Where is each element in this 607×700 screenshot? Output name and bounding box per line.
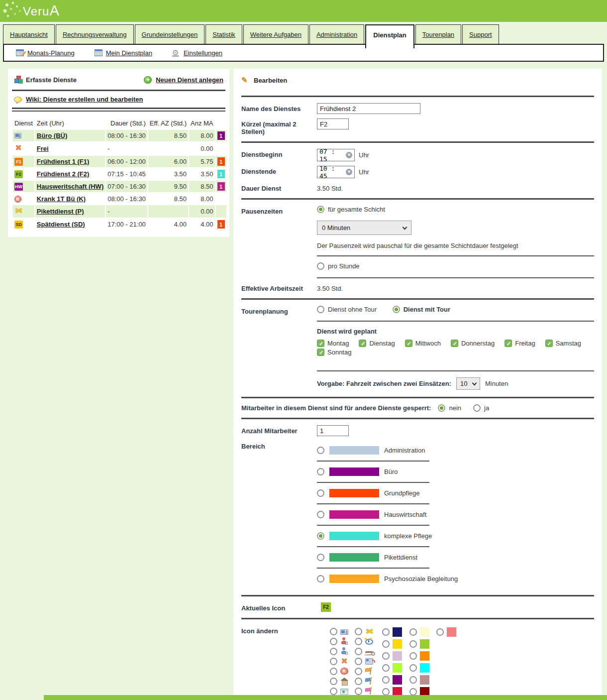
icon-option-person-blue-clock-icon[interactable] xyxy=(330,647,348,655)
color-option-D8BFD8[interactable] xyxy=(382,651,402,661)
subnav-item-mein-dienstplan[interactable]: Mein Dienstplan xyxy=(95,49,152,57)
checkbox-checked-icon[interactable] xyxy=(545,340,553,347)
asterisk-icon[interactable] xyxy=(365,627,373,635)
radio-icon[interactable] xyxy=(436,628,444,636)
person-blue-clock-icon[interactable] xyxy=(340,647,348,655)
fahrzeit-select[interactable]: 10 xyxy=(456,377,480,390)
radio-icon[interactable] xyxy=(355,688,362,695)
color-swatch[interactable] xyxy=(420,651,429,661)
color-swatch[interactable] xyxy=(393,663,402,673)
checkbox-dienstag[interactable]: Dienstag xyxy=(359,340,395,347)
tab-weitere-aufgaben[interactable]: Weitere Aufgaben xyxy=(243,24,308,44)
checkbox-sonntag[interactable]: Sonntag xyxy=(317,349,351,356)
person-red-clock-icon[interactable] xyxy=(340,637,348,645)
new-service-link[interactable]: Neuen Dienst anlegen xyxy=(144,76,223,84)
icon-option-alarm-clock-icon[interactable] xyxy=(355,637,373,645)
krank-icon[interactable]: K xyxy=(14,196,21,203)
checkbox-donnerstag[interactable]: Donnerstag xyxy=(451,340,495,347)
kuerzel-input[interactable] xyxy=(317,118,349,129)
icon-option-person-red-clock-icon[interactable] xyxy=(330,637,348,645)
house-icon[interactable] xyxy=(340,677,348,685)
color-swatch[interactable] xyxy=(420,639,429,649)
checkbox-checked-icon[interactable] xyxy=(505,340,512,347)
radio-icon[interactable] xyxy=(409,688,417,696)
radio-icon[interactable] xyxy=(330,658,337,665)
tab-hauptansicht[interactable]: Hauptansicht xyxy=(3,24,55,44)
tab-dienstplan[interactable]: Dienstplan xyxy=(365,24,414,48)
radio-icon[interactable] xyxy=(438,404,445,412)
radio-icon[interactable] xyxy=(330,638,337,645)
bereich-option-grundpflege[interactable]: Grundpflege xyxy=(317,489,594,497)
radio-icon[interactable] xyxy=(393,306,400,313)
flag-orange-icon[interactable] xyxy=(365,667,373,675)
icon-option-flag-pink-icon[interactable] xyxy=(355,687,373,695)
dienstende-value[interactable]: 10 : 45 xyxy=(319,165,346,180)
radio-icon[interactable] xyxy=(382,652,390,660)
checkbox-checked-icon[interactable] xyxy=(359,340,366,347)
tab-statistik[interactable]: Statistik xyxy=(205,24,242,44)
dienstende-input[interactable]: 10 : 45 xyxy=(317,166,355,178)
color-swatch[interactable] xyxy=(393,675,402,685)
subnav-item-monats-planung[interactable]: Monats-Planung xyxy=(16,49,75,57)
subnav-item-einstellungen[interactable]: Einstellungen xyxy=(172,49,222,57)
radio-dienst-mit-tour[interactable]: Dienst mit Tour xyxy=(393,306,450,313)
color-swatch[interactable] xyxy=(393,639,402,649)
radio-icon[interactable] xyxy=(409,676,417,684)
radio-icon[interactable] xyxy=(330,678,337,685)
service-name-link[interactable]: Hausweritschaft (HW) xyxy=(37,183,103,190)
dienstbeginn-input[interactable]: 07 : 15 xyxy=(317,149,355,161)
color-swatch[interactable] xyxy=(447,627,456,637)
radio-icon[interactable] xyxy=(382,664,390,672)
radio-icon[interactable] xyxy=(355,628,362,635)
radio-icon[interactable] xyxy=(317,206,324,213)
radio-fuer-gesamte-schicht[interactable]: für gesamte Schicht xyxy=(317,206,385,213)
new-service-link-text[interactable]: Neuen Dienst anlegen xyxy=(156,76,223,84)
radio-icon[interactable] xyxy=(409,652,417,660)
phone-icon[interactable] xyxy=(365,658,373,665)
wiki-link-text[interactable]: Wiki: Dienste erstellen und bearbeiten xyxy=(26,96,143,103)
radio-icon[interactable] xyxy=(317,489,324,497)
service-name-link[interactable]: Pikettdienst (P) xyxy=(37,208,84,215)
checkbox-checked-icon[interactable] xyxy=(405,340,412,347)
asterisk-icon[interactable] xyxy=(14,207,22,215)
service-name-link[interactable]: Büro (BÜ) xyxy=(37,132,67,139)
clear-circle-icon[interactable] xyxy=(346,152,352,158)
color-option-9ACD32[interactable] xyxy=(409,639,429,649)
radio-icon[interactable] xyxy=(473,404,481,412)
color-swatch[interactable] xyxy=(420,675,429,685)
color-option-FFD700[interactable] xyxy=(382,639,402,649)
service-name-link[interactable]: Frühdienst 1 (F1) xyxy=(37,158,89,165)
radio-icon[interactable] xyxy=(382,628,390,636)
radio-icon[interactable] xyxy=(409,640,417,648)
bereich-option-komplexe-pflege[interactable]: komplexe Pflege xyxy=(317,532,594,540)
icon-option-phone-icon[interactable] xyxy=(355,657,373,665)
wiki-link[interactable]: Wiki: Dienste erstellen und bearbeiten xyxy=(12,91,225,108)
tab-rechnungsverwaltung[interactable]: Rechnungsverwaltung xyxy=(56,24,134,44)
bereich-option-psychosoziale-begleitung[interactable]: Psychosoziale Begleitung xyxy=(317,575,594,583)
radio-icon[interactable] xyxy=(317,511,324,518)
name-input[interactable] xyxy=(317,103,420,114)
radio-gesperrt-nein[interactable]: nein xyxy=(438,404,461,412)
radio-icon[interactable] xyxy=(382,688,390,696)
radio-icon[interactable] xyxy=(317,532,324,540)
radio-icon[interactable] xyxy=(317,262,324,270)
flag-pink-icon[interactable] xyxy=(365,687,373,695)
color-option-BC8F8F[interactable] xyxy=(409,675,429,685)
service-name-link[interactable]: Frühdienst 2 (F2) xyxy=(37,170,89,178)
checkbox-montag[interactable]: Montag xyxy=(317,340,349,347)
checkbox-mittwoch[interactable]: Mittwoch xyxy=(405,340,441,347)
radio-icon[interactable] xyxy=(330,648,337,655)
tab-administration[interactable]: Administration xyxy=(309,24,364,44)
radio-icon[interactable] xyxy=(317,306,324,313)
computer-icon[interactable] xyxy=(340,629,348,635)
tab-tourenplan[interactable]: Tourenplan xyxy=(415,24,461,44)
radio-icon[interactable] xyxy=(330,688,337,695)
color-option-00FFFF[interactable] xyxy=(409,663,429,673)
icon-option-asterisk-icon[interactable] xyxy=(355,627,373,635)
icon-option-computer-icon[interactable] xyxy=(330,627,348,635)
radio-icon[interactable] xyxy=(355,638,362,645)
icon-option-krank-icon[interactable]: K xyxy=(330,667,348,675)
radio-icon[interactable] xyxy=(409,664,417,672)
computer-icon[interactable] xyxy=(14,133,21,138)
radio-icon[interactable] xyxy=(355,678,362,685)
